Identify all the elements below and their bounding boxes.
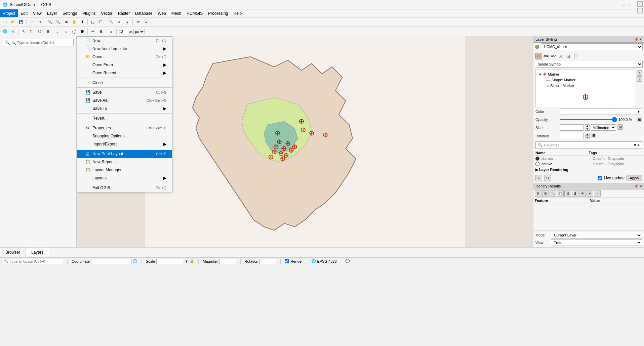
zoom-identify-btn[interactable]: 🔍 bbox=[550, 190, 556, 197]
symbol-row-2[interactable]: dot wh... Colorful, Grayscale bbox=[533, 161, 644, 167]
move-up-btn[interactable]: ↑ bbox=[637, 70, 642, 76]
lock-icon[interactable]: 🔒 bbox=[190, 259, 194, 263]
metadata-icon[interactable]: 📋 bbox=[572, 53, 579, 59]
locate-search[interactable]: 🔍 bbox=[3, 39, 74, 46]
menu-hcmgis[interactable]: HCMGIS bbox=[184, 9, 205, 17]
paint-icon[interactable]: 🎨 bbox=[535, 53, 542, 59]
clear-identify-btn[interactable]: 🗑 bbox=[572, 190, 578, 197]
menu-view[interactable]: View bbox=[30, 9, 44, 17]
form-identify-btn[interactable]: ≡ bbox=[594, 190, 601, 197]
layers-tab[interactable]: Layers bbox=[26, 248, 49, 257]
coordinate-input[interactable]: 106.831,11.075 bbox=[91, 259, 131, 264]
menu-layouts[interactable]: Layouts ▶ bbox=[77, 174, 172, 182]
identify-btn[interactable]: ℹ bbox=[79, 18, 86, 26]
font-size-input[interactable] bbox=[118, 29, 128, 34]
menu-database[interactable]: Database bbox=[132, 9, 155, 17]
menu-web[interactable]: Web bbox=[155, 9, 168, 17]
menu-close[interactable]: Close bbox=[77, 79, 172, 87]
t2-btn7[interactable]: ⋮⋮ bbox=[52, 28, 59, 35]
3d-icon[interactable]: 3D bbox=[558, 53, 564, 59]
redo-btn[interactable]: ↪ bbox=[36, 18, 43, 26]
t2-btn10[interactable]: ⬟ bbox=[79, 28, 86, 35]
size-up[interactable]: ▲ bbox=[585, 124, 590, 127]
menu-layout-manager[interactable]: 📋 Layout Manager... bbox=[77, 166, 172, 174]
menu-open-from[interactable]: Open From ▶ bbox=[77, 61, 172, 69]
rotation-status-input[interactable]: 0.0 ° bbox=[259, 259, 276, 264]
t2-more[interactable]: » bbox=[108, 28, 115, 35]
save-btn[interactable]: 💾 bbox=[17, 18, 25, 26]
scale-dropdown-icon[interactable]: ▼ bbox=[185, 259, 188, 263]
opacity-slider[interactable] bbox=[560, 119, 617, 120]
layer-rendering-toggle[interactable]: ▶ Layer Rendering bbox=[533, 167, 644, 173]
render-checkbox[interactable] bbox=[285, 259, 289, 263]
redo-styling-btn[interactable]: ↪ bbox=[544, 175, 551, 181]
menu-import-export[interactable]: Import/Export ▶ bbox=[77, 140, 172, 148]
font-unit-select[interactable]: px bbox=[133, 29, 145, 34]
messages-icon[interactable]: 💬 bbox=[345, 259, 350, 263]
view-select[interactable]: Tree bbox=[551, 239, 642, 246]
more-identify-btn[interactable]: ▼ bbox=[587, 190, 593, 197]
menu-new-report[interactable]: 📋 New Report... bbox=[77, 158, 172, 166]
menu-plugins[interactable]: Plugins bbox=[80, 9, 98, 17]
epsg-value[interactable]: EPSG:4326 bbox=[317, 259, 337, 263]
size-input[interactable]: 3.00000 bbox=[560, 124, 583, 131]
add-favorites-icon[interactable]: + bbox=[638, 143, 640, 147]
close-identify-icon[interactable]: ✕ bbox=[639, 184, 642, 188]
t2-btn9[interactable]: ◯ bbox=[71, 28, 78, 35]
menu-settings[interactable]: Settings bbox=[60, 9, 80, 17]
t2-btn5[interactable]: ⬡ bbox=[36, 28, 43, 35]
t2-btn2[interactable]: △ bbox=[9, 28, 17, 35]
pan-btn[interactable]: ✋ bbox=[71, 18, 78, 26]
menu-snapping[interactable]: Snapping Options... bbox=[77, 132, 172, 140]
t2-btn4[interactable]: ⬚ bbox=[28, 28, 35, 35]
measure-btn[interactable]: 📏 bbox=[108, 18, 115, 26]
t2-btn6[interactable]: ⊞ bbox=[44, 28, 51, 35]
menu-raster[interactable]: Raster bbox=[115, 9, 132, 17]
locate-status-input[interactable] bbox=[3, 259, 63, 264]
apply-button[interactable]: Apply bbox=[627, 175, 642, 181]
menu-new[interactable]: 📄 New Ctrl+N bbox=[77, 37, 172, 45]
pin-identify-icon[interactable]: 📌 bbox=[634, 184, 638, 188]
undo-styling-btn[interactable]: ↩ bbox=[535, 175, 542, 181]
menu-project[interactable]: Project bbox=[0, 9, 18, 17]
minimize-button[interactable]: — bbox=[620, 2, 627, 8]
t2-btn12[interactable]: 🗑 bbox=[97, 28, 105, 35]
print-identify-btn[interactable]: 🖨 bbox=[564, 190, 571, 197]
scale-input[interactable]: 1:483272 bbox=[156, 259, 183, 264]
expand-all-btn[interactable]: ⊞ bbox=[535, 190, 541, 197]
menu-layer[interactable]: Layer bbox=[44, 9, 60, 17]
copy-identify-btn[interactable]: 📋 bbox=[557, 190, 564, 197]
menu-properties[interactable]: ⚙ Properties... Ctrl+Shift+P bbox=[77, 124, 172, 132]
size-down[interactable]: ▼ bbox=[585, 128, 590, 131]
color-picker[interactable]: ▼ bbox=[560, 108, 642, 115]
t2-btn1[interactable]: 🌐 bbox=[1, 28, 9, 35]
new-btn[interactable]: 📄 bbox=[1, 18, 9, 26]
menu-vector[interactable]: Vector bbox=[98, 9, 115, 17]
settings-identify-btn[interactable]: ⚙ bbox=[579, 190, 586, 197]
rotation-input[interactable]: 0.00 ° bbox=[560, 133, 583, 139]
magnifier-input[interactable]: 100% bbox=[219, 259, 236, 264]
menu-new-print-layout[interactable]: 🖨 New Print Layout... Ctrl+P bbox=[77, 150, 172, 158]
browser-tab[interactable]: Browser bbox=[0, 248, 26, 257]
pin-icon[interactable]: 📌 bbox=[634, 38, 638, 41]
collapse-all-btn[interactable]: ⊟ bbox=[542, 190, 549, 197]
zoom-full-btn[interactable]: ⊕ bbox=[63, 18, 70, 26]
menu-save-as[interactable]: 💾 Save As... Ctrl+Shift+S bbox=[77, 96, 172, 104]
rotation-down[interactable]: ▼ bbox=[585, 136, 590, 139]
diagram-icon[interactable]: 📊 bbox=[565, 53, 572, 59]
live-update-checkbox[interactable] bbox=[598, 176, 602, 180]
more-btn[interactable]: » bbox=[142, 18, 150, 26]
select-btn[interactable]: ▢ bbox=[89, 18, 96, 26]
menu-revert[interactable]: Revert... bbox=[77, 114, 172, 122]
undo-btn[interactable]: ↩ bbox=[28, 18, 35, 26]
locate-input[interactable] bbox=[11, 41, 71, 45]
deselect-btn[interactable]: ☐ bbox=[97, 18, 105, 26]
expand-arrow[interactable]: ▼ bbox=[538, 73, 542, 76]
menu-mesh[interactable]: Mesh bbox=[169, 9, 184, 17]
favorites-dropdown-icon[interactable]: ▼ bbox=[633, 143, 637, 147]
mask-icon[interactable]: abc bbox=[550, 53, 557, 59]
zoom-in-btn[interactable]: 🔍 bbox=[46, 18, 54, 26]
size-data-btn[interactable]: ⊞ bbox=[617, 124, 623, 130]
layer-name-select[interactable]: HCMC_clinics bbox=[541, 43, 643, 50]
menu-new-from-template[interactable]: 📄 New from Template ▶ bbox=[77, 45, 172, 53]
